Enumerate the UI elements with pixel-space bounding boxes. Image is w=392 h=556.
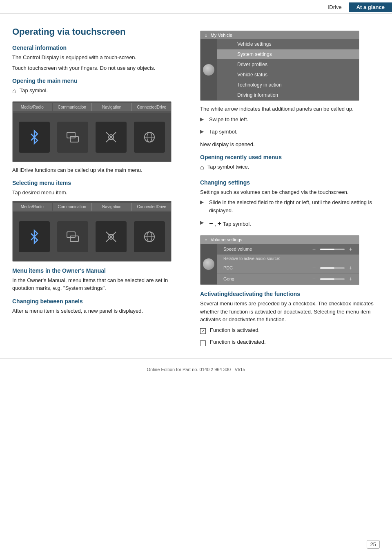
vol-minus2: − <box>312 265 316 271</box>
general-info-para2: Touch touchscreen with your fingers. Do … <box>12 64 188 72</box>
tap-symbol-label: Tap symbol. <box>223 221 251 227</box>
svg-rect-8 <box>67 232 75 238</box>
opening-recently-instruction: Tap symbol twice. <box>207 163 249 171</box>
vol-screen-label: Volume settings <box>211 237 243 242</box>
checkbox-checked-icon: ✓ <box>200 328 206 334</box>
vol-screen-body: Speed volume − + Relative to active audi… <box>200 244 359 285</box>
menu-item-technology-in-action[interactable]: Technology in action <box>217 80 359 90</box>
page-number: 25 <box>367 540 380 549</box>
vol-row-speed: Speed volume − + <box>217 244 359 255</box>
vol-minus1: − <box>312 246 316 252</box>
section-opening-recently-heading: Opening recently used menus <box>200 154 380 160</box>
checkbox-activated-row: ✓ Function is activated. <box>200 326 380 337</box>
vol-slider-fill-pdc <box>320 267 334 269</box>
swipe-left-row: ▶ Swipe to the left. <box>200 116 380 126</box>
connected-drive-icon2 <box>141 229 158 245</box>
opening-main-menu-after: All iDrive functions can be called up vi… <box>12 166 188 174</box>
bullet-arrow1: ▶ <box>200 116 206 122</box>
bullet-arrow2: ▶ <box>200 129 206 134</box>
vol-minus3: − <box>312 276 316 282</box>
tap-symbol-text: Tap symbol. <box>209 128 237 136</box>
bullet-arrow4: ▶ <box>200 220 206 225</box>
section-changing-panels-heading: Changing between panels <box>12 298 188 305</box>
general-info-para1: The Control Display is equipped with a t… <box>12 53 188 62</box>
tab-media-radio: Media/Radio <box>13 103 52 111</box>
checkbox-unchecked-icon <box>200 340 206 346</box>
activating-para: Several menu items are preceded by a che… <box>200 300 380 324</box>
main-menu-screen-mockup: Media/Radio Communication Navigation Con… <box>12 101 172 162</box>
home-icon2: ⌂ <box>200 163 204 172</box>
my-vehicle-body: Vehicle settings System settings Driver … <box>200 39 359 100</box>
vol-label-gong: Gong <box>223 276 309 281</box>
tab-idrive[interactable]: iDrive <box>321 2 349 12</box>
vol-label-speed: Speed volume <box>223 247 309 251</box>
slide-instruction-row: ▶ Slide in the selected field to the rig… <box>200 198 380 217</box>
main-content: Operating via touchscreen General inform… <box>0 14 392 354</box>
tap-symbol-row: ▶ Tap symbol. <box>200 128 380 138</box>
tab2-communication: Communication <box>53 203 92 211</box>
menu-items-owners-para: In the Owner's Manual, menu items that c… <box>12 276 188 292</box>
vol-slider-pdc <box>320 267 345 269</box>
opening-main-menu-instruction: Tap symbol. <box>20 87 48 95</box>
communication-icon2 <box>65 229 81 245</box>
vol-controller-knob <box>202 258 215 271</box>
page-header: iDrive At a glance <box>0 0 392 14</box>
screen-mockup-body <box>13 113 171 162</box>
tab-at-a-glance[interactable]: At a glance <box>349 2 392 12</box>
app-icon-navigation <box>96 122 127 153</box>
app-icon2-communication <box>57 221 88 252</box>
tab2-media-radio: Media/Radio <box>13 203 52 211</box>
changing-settings-para: Settings such as volumes can be changed … <box>200 188 380 196</box>
vol-plus3: + <box>349 276 352 282</box>
menu-item-driver-profiles[interactable]: Driver profiles <box>217 60 359 70</box>
section-general-info-heading: General information <box>12 44 188 51</box>
connected-drive-icon <box>141 129 158 145</box>
tab2-navigation: Navigation <box>92 203 132 211</box>
header-tabs: iDrive At a glance <box>321 2 392 12</box>
tab-navigation: Navigation <box>92 103 132 111</box>
app-icon2-bluetooth <box>19 221 50 252</box>
opening-recently-instruction-row: ⌂ Tap symbol twice. <box>200 163 380 173</box>
func-activated-label: Function is activated. <box>210 326 260 334</box>
slide-instruction-text: Slide in the selected field to the right… <box>209 198 380 214</box>
opening-main-menu-instruction-row: ⌂ Tap symbol. <box>12 87 188 97</box>
menu-item-vehicle-settings[interactable]: Vehicle settings <box>217 39 359 49</box>
navigation-icon2 <box>103 229 119 245</box>
section-menu-items-owners-heading: Menu items in the Owner's Manual <box>12 267 188 274</box>
page-footer: Online Edition for Part no. 0140 2 964 3… <box>0 358 392 375</box>
screen-mockup2-body <box>13 212 171 261</box>
bluetooth-icon2 <box>26 229 42 245</box>
tab-connected-drive: ConnectedDrive <box>132 103 172 111</box>
menu-item-vehicle-status[interactable]: Vehicle status <box>217 70 359 80</box>
app-icon2-navigation <box>96 221 127 252</box>
vol-home-icon: ⌂ <box>205 237 207 242</box>
menu-item-system-settings[interactable]: System settings <box>217 49 359 60</box>
swipe-left-text: Swipe to the left. <box>209 116 248 124</box>
navigation-icon <box>103 129 119 145</box>
vol-slider-gong <box>320 278 345 280</box>
vol-slider-fill-speed <box>320 249 334 250</box>
tab-communication: Communication <box>53 103 92 111</box>
menu-knob-panel <box>200 39 217 100</box>
controller-knob <box>202 63 215 76</box>
my-vehicle-header: ⌂ My Vehicle <box>200 31 359 39</box>
page-title: Operating via touchscreen <box>12 27 188 37</box>
svg-rect-1 <box>70 136 78 142</box>
menu-items-list: Vehicle settings System settings Driver … <box>217 39 359 100</box>
tab2-connected-drive: ConnectedDrive <box>132 203 172 211</box>
vol-knob-panel <box>200 244 217 285</box>
section-selecting-menu-items-heading: Selecting menu items <box>12 180 188 186</box>
selecting-menu-items-instruction: Tap desired menu item. <box>12 189 188 197</box>
vol-plus2: + <box>349 265 352 271</box>
menu-item-driving-information[interactable]: Driving information <box>217 90 359 100</box>
vol-slider-fill-gong <box>320 278 334 280</box>
new-display-opened: New display is opened. <box>200 140 380 149</box>
footer-text: Online Edition for Part no. 0140 2 964 3… <box>147 367 245 372</box>
bullet-arrow3: ▶ <box>200 199 206 205</box>
minus-symbol: − <box>209 220 213 227</box>
left-column: Operating via touchscreen General inform… <box>12 27 188 350</box>
my-vehicle-home-icon: ⌂ <box>205 33 207 38</box>
section-opening-main-menu-heading: Opening the main menu <box>12 78 188 84</box>
my-vehicle-menu-screen: ⌂ My Vehicle Vehicle settings System set… <box>200 31 359 101</box>
plus-symbol: + <box>218 220 221 227</box>
